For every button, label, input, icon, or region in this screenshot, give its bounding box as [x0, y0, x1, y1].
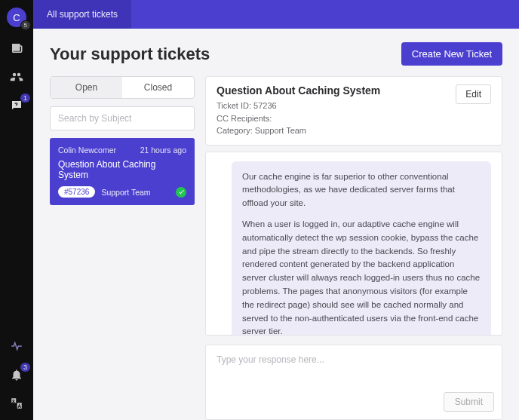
question-icon[interactable]: 1	[9, 98, 24, 113]
avatar[interactable]: C 5	[7, 8, 26, 27]
panels: Open Closed Colin Newcomer 21 hours ago …	[50, 76, 502, 420]
main-area: All support tickets Your support tickets…	[33, 0, 519, 420]
search-box	[50, 106, 195, 130]
bell-icon[interactable]: 3	[9, 367, 24, 382]
message-line: When a user is logged in, our adaptive c…	[242, 218, 481, 336]
ticket-card[interactable]: Colin Newcomer 21 hours ago Question Abo…	[50, 138, 195, 205]
activity-icon[interactable]	[9, 339, 24, 354]
ticket-time: 21 hours ago	[140, 146, 186, 155]
message-bubble: Our cache engine is far superior to othe…	[232, 161, 491, 336]
news-icon[interactable]	[9, 41, 24, 56]
bell-badge: 3	[20, 363, 30, 372]
avatar-count-badge: 5	[20, 20, 31, 30]
detail-ticket-id: Ticket ID: 57236	[217, 100, 380, 112]
compose-box: Submit	[205, 345, 502, 420]
topbar-tab-all-tickets[interactable]: All support tickets	[33, 0, 131, 29]
detail-title: Question About Caching System	[217, 84, 380, 97]
users-icon[interactable]	[9, 69, 24, 84]
message-line: Our cache engine is far superior to othe…	[242, 170, 481, 210]
tab-open[interactable]: Open	[51, 77, 122, 98]
content: Your support tickets Create New Ticket O…	[33, 29, 519, 420]
tab-closed[interactable]: Closed	[122, 77, 194, 98]
ticket-detail-panel: Question About Caching System Ticket ID:…	[205, 76, 502, 420]
detail-cc: CC Recipients:	[217, 112, 380, 125]
detail-header: Question About Caching System Ticket ID:…	[205, 76, 502, 146]
message-thread[interactable]: Our cache engine is far superior to othe…	[205, 152, 502, 336]
topbar: All support tickets	[33, 0, 519, 29]
response-input[interactable]	[206, 345, 502, 385]
ticket-id-badge: #57236	[58, 186, 95, 198]
detail-category: Category: Support Team	[217, 124, 380, 137]
edit-button[interactable]: Edit	[456, 84, 491, 104]
nav-rail: C 5 1 3	[0, 0, 33, 420]
page-title: Your support tickets	[50, 44, 210, 64]
ticket-author: Colin Newcomer	[58, 146, 116, 155]
ticket-list-panel: Open Closed Colin Newcomer 21 hours ago …	[50, 76, 195, 420]
ticket-title: Question About Caching System	[58, 159, 186, 180]
translate-icon[interactable]	[9, 396, 24, 411]
create-ticket-button[interactable]: Create New Ticket	[401, 42, 502, 66]
status-tabs: Open Closed	[50, 76, 195, 99]
check-icon	[176, 187, 186, 198]
question-badge: 1	[20, 94, 30, 103]
ticket-category: Support Team	[101, 188, 150, 197]
submit-button[interactable]: Submit	[444, 392, 494, 412]
header-row: Your support tickets Create New Ticket	[50, 42, 502, 66]
avatar-letter: C	[13, 12, 20, 23]
search-input[interactable]	[51, 107, 194, 130]
